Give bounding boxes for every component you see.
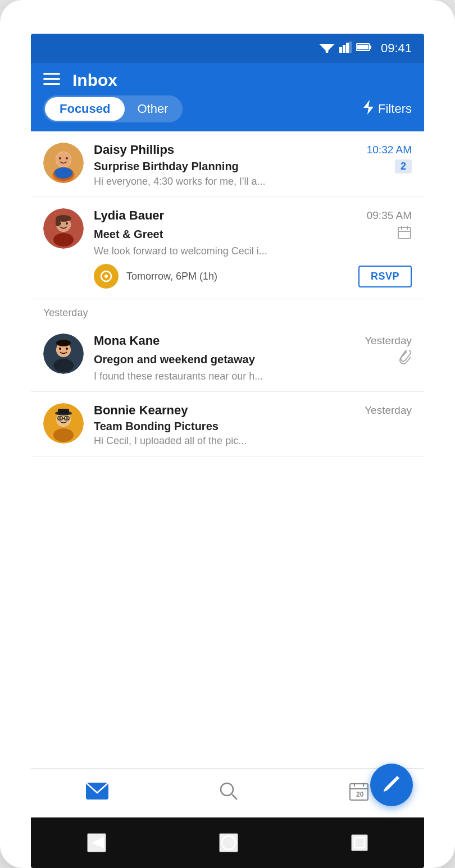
toolbar: Inbox [31,63,424,95]
sender-bonnie: Bonnie Kearney [94,403,188,418]
svg-rect-32 [398,227,411,239]
svg-point-47 [53,428,74,442]
email-content-bonnie: Bonnie Kearney Yesterday Team Bonding Pi… [94,403,412,447]
email-header-daisy: Daisy Phillips 10:32 AM [94,143,412,157]
bolt-icon [363,100,374,118]
email-item-bonnie[interactable]: Bonnie Kearney Yesterday Team Bonding Pi… [31,392,424,456]
svg-rect-11 [43,73,60,75]
rsvp-button[interactable]: RSVP [358,266,412,287]
svg-rect-4 [339,47,342,53]
attachment-icon-mona [399,350,412,368]
back-button[interactable] [87,833,106,852]
battery-icon [356,43,372,54]
home-button[interactable] [219,833,238,852]
rsvp-row: Tomorrow, 6PM (1h) RSVP [43,264,412,289]
email-header-mona: Mona Kane Yesterday [94,334,412,348]
svg-point-21 [59,157,61,159]
toolbar-title: Inbox [72,71,412,90]
email-header-bonnie: Bonnie Kearney Yesterday [94,403,412,418]
tab-other[interactable]: Other [125,97,180,121]
status-icons: 09:41 [319,41,412,56]
svg-point-23 [54,167,72,179]
svg-rect-6 [346,43,349,53]
rsvp-event-time: Tomorrow, 6PM (1h) [126,271,358,282]
svg-rect-67 [354,838,365,848]
signal-icon [339,42,352,55]
hamburger-menu[interactable] [43,73,60,88]
avatar-lydia [43,208,84,249]
time-lydia: 09:35 AM [367,209,412,222]
subject-bonnie: Team Bonding Pictures [94,420,412,433]
event-icon [94,264,119,289]
svg-point-42 [59,348,61,350]
svg-point-66 [222,836,235,849]
svg-rect-31 [56,217,60,226]
subject-daisy: Surprise Birthday Planning 2 [94,159,412,173]
filters-label: Filters [378,102,412,116]
time-mona: Yesterday [365,335,412,347]
phone-frame: 09:41 Inbox Focused Other [0,0,455,868]
svg-rect-13 [43,83,60,85]
avatar-bonnie [43,403,84,444]
email-item-lydia[interactable]: Lydia Bauer 09:35 AM Meet & Greet [31,197,424,299]
svg-point-37 [104,275,108,278]
bottom-nav: 20 [31,768,424,817]
subject-text-bonnie: Team Bonding Pictures [94,420,219,433]
subject-mona: Oregon and weekend getaway [94,350,412,368]
tab-bar: Focused Other Filters [31,95,424,131]
wifi-icon [319,42,335,55]
svg-point-40 [53,359,74,372]
sender-mona: Mona Kane [94,334,160,348]
subject-text-lydia: Meet & Greet [94,228,163,241]
svg-rect-12 [43,78,60,80]
svg-point-22 [66,157,68,159]
avatar-mona [43,334,84,374]
sender-lydia: Lydia Bauer [94,208,164,223]
search-icon [219,782,238,805]
email-header-lydia: Lydia Bauer 09:35 AM [94,208,412,223]
phone-inner: 09:41 Inbox Focused Other [31,34,424,868]
compose-fab[interactable] [370,764,413,806]
android-nav [31,817,424,868]
mail-icon [86,782,108,804]
filters-button[interactable]: Filters [363,100,412,118]
svg-point-58 [221,783,233,796]
email-content-lydia: Lydia Bauer 09:35 AM Meet & Greet [94,208,412,257]
tab-group: Focused Other [43,95,183,122]
status-bar: 09:41 [31,34,424,63]
subject-text-mona: Oregon and weekend getaway [94,353,255,366]
svg-rect-9 [357,45,368,49]
svg-rect-52 [65,417,69,420]
nav-calendar[interactable]: 20 [349,781,369,806]
svg-point-44 [56,340,71,346]
sender-daisy: Daisy Phillips [94,143,174,157]
preview-bonnie: Hi Cecil, I uploaded all of the pic... [94,435,412,447]
badge-daisy: 2 [395,159,412,173]
tab-focused[interactable]: Focused [45,97,125,121]
recents-button[interactable] [351,834,368,851]
svg-line-59 [232,794,237,800]
svg-rect-10 [370,45,371,49]
time-bonnie: Yesterday [365,404,412,417]
nav-search[interactable] [219,782,238,805]
svg-marker-14 [363,100,374,115]
svg-rect-7 [349,42,352,53]
time-daisy: 10:32 AM [367,144,412,156]
edit-icon [381,774,402,797]
svg-point-20 [56,152,71,167]
email-list: Daisy Phillips 10:32 AM Surprise Birthda… [31,131,424,768]
svg-marker-65 [92,837,104,848]
calendar-nav-icon: 20 [349,781,369,806]
status-time: 09:41 [381,41,412,56]
calendar-icon [397,225,412,243]
email-item-daisy[interactable]: Daisy Phillips 10:32 AM Surprise Birthda… [31,131,424,197]
preview-lydia: We look forward to welcoming Cecil i... [94,245,412,257]
email-item-mona[interactable]: Mona Kane Yesterday Oregon and weekend g… [31,322,424,392]
preview-daisy: Hi everyone, 4:30 works for me, I'll a..… [94,176,412,188]
svg-rect-5 [343,45,345,53]
svg-point-26 [53,233,74,246]
preview-mona: I found these restaurants near our h... [94,371,412,382]
email-content-daisy: Daisy Phillips 10:32 AM Surprise Birthda… [94,143,412,188]
date-section-label: Yesterday [43,307,88,318]
nav-mail[interactable] [86,782,108,804]
